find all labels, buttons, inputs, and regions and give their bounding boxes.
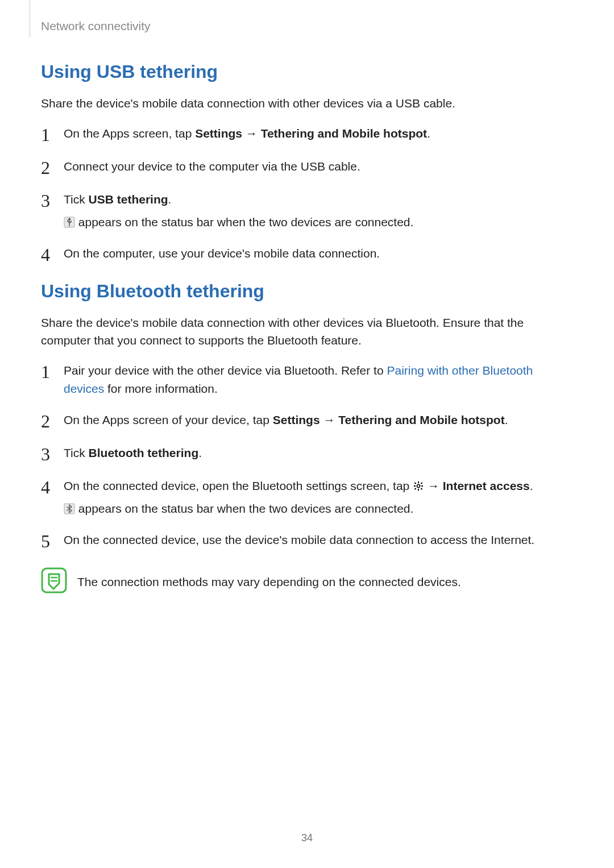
intro-bt: Share the device's mobile data connectio… bbox=[41, 314, 573, 349]
usb-status-icon bbox=[64, 217, 75, 228]
arrow: → bbox=[424, 479, 443, 492]
section-title-bt: Using Bluetooth tethering bbox=[41, 281, 573, 302]
svg-rect-8 bbox=[421, 483, 423, 485]
intro-usb: Share the device's mobile data connectio… bbox=[41, 95, 573, 112]
step-usb-2: Connect your device to the computer via … bbox=[41, 157, 573, 177]
svg-rect-10 bbox=[421, 488, 423, 491]
internet-access-label: Internet access bbox=[443, 479, 530, 492]
step-text: Tick bbox=[64, 446, 89, 459]
svg-rect-2 bbox=[70, 221, 72, 222]
step-text: On the connected device, open the Blueto… bbox=[64, 479, 413, 492]
arrow: → bbox=[242, 127, 261, 140]
svg-rect-4 bbox=[418, 489, 419, 491]
step-text: . bbox=[530, 479, 533, 492]
bluetooth-tethering-label: Bluetooth tethering bbox=[89, 446, 199, 459]
svg-rect-5 bbox=[414, 485, 416, 487]
tethering-label: Tethering and Mobile hotspot bbox=[338, 413, 504, 426]
step-text: . bbox=[168, 193, 172, 206]
step-sub-text: appears on the status bar when the two d… bbox=[75, 502, 413, 515]
breadcrumb: Network connectivity bbox=[41, 19, 151, 33]
steps-bt: Pair your device with the other device v… bbox=[41, 362, 573, 550]
section-title-usb: Using USB tethering bbox=[41, 61, 573, 82]
left-margin-rule bbox=[30, 0, 30, 37]
step-text: Pair your device with the other device v… bbox=[64, 364, 387, 377]
tethering-label: Tethering and Mobile hotspot bbox=[261, 127, 427, 140]
svg-point-1 bbox=[67, 221, 68, 222]
svg-rect-7 bbox=[414, 483, 417, 485]
step-text: . bbox=[427, 127, 430, 140]
usb-tethering-label: USB tethering bbox=[89, 193, 168, 206]
step-bt-4: On the connected device, open the Blueto… bbox=[41, 477, 573, 517]
step-text: On the connected device, use the device'… bbox=[64, 533, 534, 546]
svg-rect-3 bbox=[418, 481, 419, 483]
step-bt-5: On the connected device, use the device'… bbox=[41, 531, 573, 550]
step-text: On the computer, use your device's mobil… bbox=[64, 247, 380, 260]
settings-label: Settings bbox=[273, 413, 320, 426]
step-usb-1: On the Apps screen, tap Settings → Tethe… bbox=[41, 124, 573, 144]
svg-rect-6 bbox=[421, 485, 423, 487]
step-usb-3: Tick USB tethering. appears on the statu… bbox=[41, 190, 573, 231]
step-text: Connect your device to the computer via … bbox=[64, 160, 360, 173]
arrow: → bbox=[320, 413, 339, 426]
step-bt-3: Tick Bluetooth tethering. bbox=[41, 444, 573, 463]
page-content: Using USB tethering Share the device's m… bbox=[41, 57, 573, 593]
gear-icon bbox=[413, 480, 424, 492]
step-text: . bbox=[198, 446, 202, 459]
note-text: The connection methods may vary dependin… bbox=[77, 567, 461, 591]
note-icon bbox=[41, 567, 67, 593]
step-text: On the Apps screen, tap bbox=[64, 127, 195, 140]
step-text: for more information. bbox=[104, 382, 218, 395]
page-number: 34 bbox=[0, 832, 614, 844]
step-bt-1: Pair your device with the other device v… bbox=[41, 362, 573, 397]
step-text: . bbox=[505, 413, 508, 426]
step-text: Tick bbox=[64, 193, 89, 206]
settings-label: Settings bbox=[195, 127, 242, 140]
step-text: On the Apps screen of your device, tap bbox=[64, 413, 273, 426]
step-sub-text: appears on the status bar when the two d… bbox=[75, 215, 413, 229]
step-bt-2: On the Apps screen of your device, tap S… bbox=[41, 411, 573, 430]
step-usb-4: On the computer, use your device's mobil… bbox=[41, 244, 573, 264]
steps-usb: On the Apps screen, tap Settings → Tethe… bbox=[41, 124, 573, 264]
svg-rect-9 bbox=[414, 488, 417, 491]
bluetooth-status-icon bbox=[64, 503, 75, 514]
note-box: The connection methods may vary dependin… bbox=[41, 567, 573, 593]
